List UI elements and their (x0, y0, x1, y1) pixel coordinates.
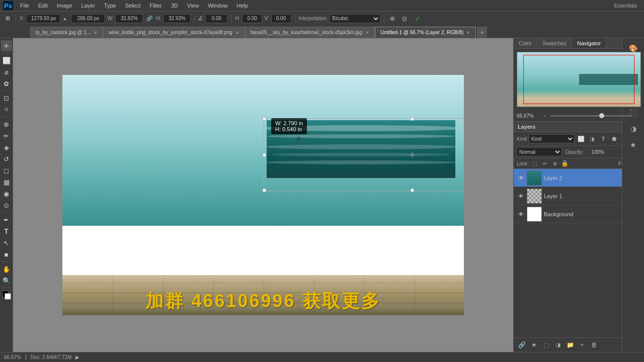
tool-separator6 (2, 288, 11, 288)
menu-3d[interactable]: 3D (167, 2, 182, 10)
move-tool[interactable]: ✛ (1, 40, 12, 51)
styles-icon[interactable]: ★ (626, 138, 640, 152)
link-icon[interactable]: 🔗 (145, 14, 154, 23)
tab-castock[interactable]: ty_by_castock.jpg @ 1... ✕ (30, 27, 103, 38)
background-visibility-toggle[interactable]: 👁 (517, 210, 525, 218)
tab-swatches[interactable]: Swatches (537, 38, 572, 48)
path-selection-tool[interactable]: ↖ (1, 237, 12, 248)
background-thumb-image (527, 207, 541, 221)
tab-close-1[interactable]: ✕ (235, 30, 239, 35)
blur-tool[interactable]: ◉ (1, 188, 12, 199)
type-tool[interactable]: T (1, 226, 12, 237)
ps-logo: Ps (3, 1, 13, 10)
pen-tool[interactable]: ✒ (1, 214, 12, 225)
brush-tool[interactable]: ✏ (1, 130, 12, 141)
tool-separator3 (2, 117, 11, 117)
x-label: X: (20, 16, 24, 21)
status-arrow[interactable]: ▶ (75, 354, 79, 360)
rectangular-marquee-tool[interactable]: ⬜ (1, 55, 12, 66)
separator3 (231, 14, 231, 23)
vert-input[interactable] (271, 14, 291, 23)
hand-tool[interactable]: ✋ (1, 263, 12, 275)
horiz-icon: H: (235, 16, 240, 21)
layer2-visibility-toggle[interactable]: 👁 (517, 174, 525, 182)
delete-layer-btn[interactable]: 🗑 (589, 340, 599, 350)
eyedropper-tool[interactable]: ⌗ (1, 104, 12, 115)
main-layout: ✛ ⬜ ⌀ ✿ ⊡ ⌗ ⊕ ✏ ◈ ↺ ◻ ▦ ◉ ⊙ ✒ T ↖ ■ ✋ 🔍 (0, 38, 644, 352)
gradient-tool[interactable]: ▦ (1, 176, 12, 188)
shape-tool[interactable]: ■ (1, 249, 12, 260)
menu-image[interactable]: Image (53, 2, 76, 10)
warp-icon[interactable]: ⊛ (388, 14, 397, 23)
lock-image-btn[interactable]: ✏ (541, 159, 549, 167)
new-group-btn[interactable]: 📁 (565, 340, 575, 350)
menu-file[interactable]: File (16, 2, 33, 10)
eraser-tool[interactable]: ◻ (1, 165, 12, 176)
layer1-visibility-toggle[interactable]: 👁 (517, 192, 525, 200)
tab-overflow-button[interactable]: » (477, 27, 487, 38)
tab-untitled[interactable]: Untitled-1 @ 66.7% (Layer 2, RGB/8) ✕ (375, 27, 476, 38)
filter-adjust-btn[interactable]: ◑ (588, 134, 597, 143)
layer2-ocean (267, 120, 455, 178)
confirm-transform-button[interactable]: ✓ (412, 14, 423, 23)
healing-tool[interactable]: ⊕ (1, 119, 12, 130)
transform-mode-icon[interactable]: ⊞ (3, 14, 12, 23)
right-panels: 🎨 📊 ⚙ ◈ ⬛ ◑ ★ Color Swatches Navigator (513, 38, 644, 352)
lock-transparent-btn[interactable]: ⬚ (531, 159, 539, 167)
tab-close-0[interactable]: ✕ (94, 30, 98, 35)
tab-sky[interactable]: base05__sky_by_kuschelirmel_stock-d5pk3i… (245, 27, 375, 38)
separator4 (295, 14, 295, 23)
layer1-thumb-image (527, 189, 541, 203)
history-brush-tool[interactable]: ↺ (1, 153, 12, 164)
menu-view[interactable]: View (183, 2, 203, 10)
lock-position-btn[interactable]: ⊕ (551, 159, 559, 167)
zoom-out-button[interactable]: − (541, 112, 548, 119)
angle-input[interactable] (205, 14, 227, 23)
adjustment-icon[interactable]: ◑ (626, 122, 640, 136)
stamp-tool[interactable]: ◈ (1, 142, 12, 153)
filter-shape-btn[interactable]: ⬟ (610, 134, 619, 143)
dodge-tool[interactable]: ⊙ (1, 200, 12, 211)
menu-window[interactable]: Window (204, 2, 231, 10)
menu-filter[interactable]: Filter (145, 2, 166, 10)
interp-select[interactable]: Bicubic Bilinear Nearest Neighbor (330, 14, 380, 23)
kind-label: Kind (517, 136, 527, 142)
tab-navigator[interactable]: Navigator (572, 38, 606, 48)
menu-type[interactable]: Type (100, 2, 120, 10)
filter-type-btn[interactable]: T (599, 134, 608, 143)
tab-color[interactable]: Color (514, 38, 537, 48)
y-input[interactable] (71, 14, 105, 23)
quick-select-tool[interactable]: ✿ (1, 78, 12, 89)
menu-layer[interactable]: Layer (77, 2, 99, 10)
foreground-color[interactable] (2, 291, 11, 300)
nav-zoom-slider[interactable] (550, 115, 632, 117)
add-style-btn[interactable]: ★ (529, 340, 539, 350)
tab-wine-bottle[interactable]: wine_bottle_png_stock_by_jumpfer_stock-d… (103, 27, 245, 38)
menu-edit[interactable]: Edit (34, 2, 52, 10)
layer2-thumb-image (527, 171, 541, 185)
blend-mode-select[interactable]: Normal Multiply Screen (517, 147, 562, 156)
zoom-tool[interactable]: 🔍 (1, 275, 12, 286)
menu-help[interactable]: Help (233, 2, 253, 10)
link-layers-btn[interactable]: 🔗 (517, 340, 527, 350)
kind-select[interactable]: Kind (529, 134, 575, 143)
tab-close-2[interactable]: ✕ (365, 30, 369, 35)
new-adjustment-btn[interactable]: ◑ (553, 340, 563, 350)
h-input[interactable] (163, 14, 191, 23)
horiz-input[interactable] (242, 14, 262, 23)
lock-all-btn[interactable]: 🔒 (561, 159, 569, 167)
canvas-workspace[interactable]: W: 2.790 in H: 0.540 in ✛ 加群 466106996 获… (13, 38, 513, 352)
cancel-transform-button[interactable]: ⊘ (399, 14, 410, 23)
w-input[interactable] (115, 14, 143, 23)
add-mask-btn[interactable]: ⬚ (541, 340, 551, 350)
canvas: W: 2.790 in H: 0.540 in ✛ 加群 466106996 获… (62, 75, 464, 315)
layers-icon2[interactable]: ⬛ (626, 106, 640, 120)
filter-pixel-btn[interactable]: ⬜ (577, 134, 586, 143)
tab-close-3[interactable]: ✕ (466, 30, 470, 35)
x-input[interactable] (26, 14, 60, 23)
menu-select[interactable]: Select (121, 2, 145, 10)
new-layer-btn[interactable]: + (577, 340, 587, 350)
crop-tool[interactable]: ⊡ (1, 93, 12, 104)
lasso-tool[interactable]: ⌀ (1, 66, 12, 77)
vert-icon: V: (264, 16, 269, 21)
